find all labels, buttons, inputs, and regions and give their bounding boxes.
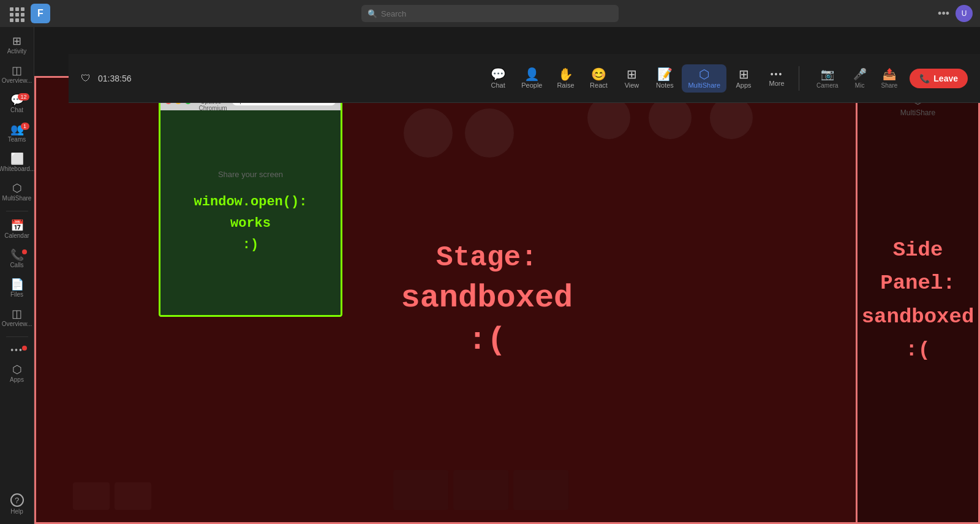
stage-subtext: sandboxed xyxy=(401,280,573,316)
people-button[interactable]: 👤 People xyxy=(515,64,548,93)
shared-screen-window: Frameable Spaces - Chromium spaces.beta.… xyxy=(159,90,342,317)
teams-badge: 1 xyxy=(21,123,29,130)
sidebar-overview2-label: Overview... xyxy=(2,321,32,328)
apps-sidebar-icon: ⬡ xyxy=(12,364,22,375)
share-icon: 📤 xyxy=(883,67,896,81)
side-panel-subtext: sandboxed xyxy=(858,300,978,333)
search-input[interactable] xyxy=(381,9,612,18)
left-sidebar: ⊞ Activity ◫ Overview... 12 💬 Chat 1 👥 T… xyxy=(0,27,34,524)
camera-button[interactable]: 📷 Camera xyxy=(810,64,845,93)
code-line-2: works xyxy=(194,213,307,234)
more-toolbar-button[interactable]: ••• More xyxy=(761,66,793,91)
share-screen-placeholder: Share your screen xyxy=(218,170,283,179)
view-button[interactable]: ⊞ View xyxy=(616,64,647,93)
toolbar: 🛡 01:38:56 💬 Chat 👤 People xyxy=(69,54,980,103)
whiteboard-icon: ⬜ xyxy=(10,153,24,164)
calendar-icon: 📅 xyxy=(10,220,24,231)
sidebar-calls-label: Calls xyxy=(10,262,23,269)
apps-toolbar-label: Apps xyxy=(736,82,751,89)
notes-button[interactable]: 📝 Notes xyxy=(649,64,680,93)
more-dots-badge xyxy=(22,346,27,351)
files-icon: 📄 xyxy=(10,279,24,290)
activity-icon: ⊞ xyxy=(12,36,21,47)
more-dots-sidebar-icon: ••• xyxy=(10,346,23,354)
media-controls: 📷 Camera 🎤 Mic 📤 Share xyxy=(810,64,903,93)
shield-icon: 🛡 xyxy=(81,73,91,84)
sidebar-item-apps[interactable]: ⬡ Apps xyxy=(2,360,32,387)
raise-toolbar-label: Raise xyxy=(557,82,574,89)
sidebar-item-whiteboard[interactable]: ⬜ Whiteboard... xyxy=(2,150,32,177)
sidebar-item-teams[interactable]: 1 👥 Teams xyxy=(2,120,32,147)
stage-sad: :( xyxy=(401,322,573,359)
help-icon: ? xyxy=(10,493,24,507)
react-btn-wrap: 😊 React xyxy=(582,64,614,93)
people-toolbar-label: People xyxy=(521,82,542,89)
mic-label: Mic xyxy=(855,82,865,89)
sidebar-item-more-dots[interactable]: ••• xyxy=(2,342,32,358)
sidebar-item-chat[interactable]: 12 💬 Chat xyxy=(2,91,32,118)
react-toolbar-label: React xyxy=(590,82,608,89)
people-btn-wrap: 👤 People xyxy=(515,64,548,93)
raise-icon: ✋ xyxy=(558,68,573,80)
chat-badge: 12 xyxy=(18,93,29,101)
sidebar-item-multishare[interactable]: ⬡ MultiShare xyxy=(2,179,32,206)
multishare-toolbar-icon: ⬡ xyxy=(699,68,709,80)
phone-icon: 📞 xyxy=(919,74,930,83)
code-line-3: :) xyxy=(194,234,307,256)
leave-label: Leave xyxy=(933,74,958,83)
react-icon: 😊 xyxy=(591,68,606,80)
sidebar-item-overview2[interactable]: ◫ Overview... xyxy=(2,305,32,332)
bg-avatar-2 xyxy=(465,108,514,158)
react-button[interactable]: 😊 React xyxy=(582,64,614,93)
sidebar-item-files[interactable]: 📄 Files xyxy=(2,275,32,302)
sidebar-teams-label: Teams xyxy=(8,136,26,143)
sidebar-item-calendar[interactable]: 📅 Calendar xyxy=(2,216,32,243)
side-panel-sad: :( xyxy=(858,333,978,366)
content-area: Frameable Spaces - Chromium spaces.beta.… xyxy=(34,76,980,524)
apps-toolbar-button[interactable]: ⊞ Apps xyxy=(728,64,760,93)
more-toolbar-label: More xyxy=(769,80,785,87)
mini-view-2 xyxy=(115,482,151,510)
calls-badge-dot xyxy=(22,249,27,254)
share-button[interactable]: 📤 Share xyxy=(875,64,904,93)
stage-text-area: Stage: sandboxed :( xyxy=(401,242,573,359)
camera-off-icon: 📷 xyxy=(821,67,834,81)
search-bar: 🔍 xyxy=(361,5,619,22)
sidebar-item-calls[interactable]: 📞 Calls xyxy=(2,246,32,273)
thumb-3 xyxy=(513,470,568,510)
sidebar-help-label: Help xyxy=(10,508,23,515)
chat-toolbar-label: Chat xyxy=(491,82,505,89)
more-toolbar-icon: ••• xyxy=(771,70,783,78)
raise-btn-wrap: ✋ Raise xyxy=(549,64,581,93)
sidebar-files-label: Files xyxy=(10,291,23,298)
raise-button[interactable]: ✋ Raise xyxy=(549,64,581,93)
sidebar-item-help[interactable]: ? Help xyxy=(2,490,32,519)
multishare-button[interactable]: ⬡ MultiShare xyxy=(682,64,726,93)
toolbar-left: 🛡 01:38:56 xyxy=(81,73,132,84)
avatar[interactable]: U xyxy=(956,5,973,22)
timer-display: 01:38:56 xyxy=(98,74,132,83)
stage: Frameable Spaces - Chromium spaces.beta.… xyxy=(34,76,858,524)
main-layout: ⊞ Activity ◫ Overview... 12 💬 Chat 1 👥 T… xyxy=(0,27,980,524)
thumb-1 xyxy=(393,470,448,510)
apps-btn-wrap: ⊞ Apps xyxy=(728,64,760,93)
sidebar-overview-label: Overview... xyxy=(2,77,32,85)
leave-button[interactable]: 📞 Leave xyxy=(910,69,968,88)
sidebar-item-activity[interactable]: ⊞ Activity xyxy=(2,32,32,59)
mic-button[interactable]: 🎤 Mic xyxy=(847,64,873,93)
notes-btn-wrap: 📝 Notes xyxy=(649,64,680,93)
multishare-btn-wrap: ⬡ MultiShare xyxy=(682,64,726,93)
more-btn-wrap: ••• More xyxy=(761,66,793,91)
apps-grid-icon[interactable] xyxy=(7,5,24,22)
thumb-2 xyxy=(453,470,508,510)
chat-button[interactable]: 💬 Chat xyxy=(482,64,514,93)
more-dots-icon[interactable]: ••• xyxy=(935,5,952,23)
chat-btn-wrap: 💬 Chat xyxy=(482,64,514,93)
multishare-sidebar-icon: ⬡ xyxy=(12,183,22,194)
mic-icon: 🎤 xyxy=(853,67,867,81)
bg-avatar-1 xyxy=(404,108,453,158)
sidebar-item-overview[interactable]: ◫ Overview... xyxy=(2,61,32,88)
chat-toolbar-icon: 💬 xyxy=(491,68,506,80)
sidebar-calendar-label: Calendar xyxy=(4,232,29,240)
code-line-1: window.open(): xyxy=(194,191,307,213)
